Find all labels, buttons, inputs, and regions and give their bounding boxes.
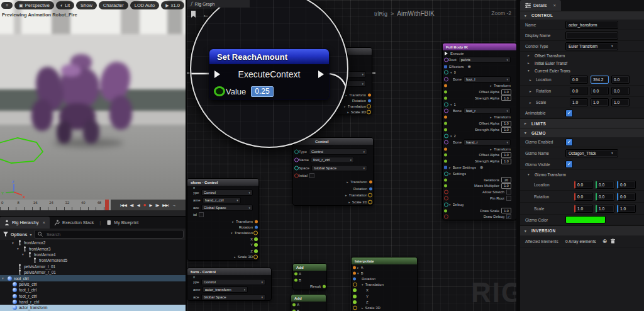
vector-field[interactable]: 0.0 [574, 193, 593, 201]
orange-pin[interactable] [444, 84, 447, 88]
pin-caret-icon[interactable]: ▸ [347, 110, 349, 114]
vector-field[interactable]: 1.0 [570, 98, 588, 106]
tree-item-hand_r_ctrl[interactable]: hand_r_ctrl [0, 299, 187, 305]
node-dropdown[interactable]: Global Space▾ [201, 294, 265, 300]
node-dropdown[interactable]: hand_r▾ [464, 139, 511, 145]
tree-item-pelvis_ctrl[interactable]: pelvis_ctrl [0, 281, 187, 287]
vector-field[interactable]: 1.0 [611, 98, 630, 106]
tree-item-frontArmorend5[interactable]: frontArmorend5 [0, 257, 187, 263]
options-button[interactable]: Options [11, 232, 27, 237]
green-pin[interactable] [444, 160, 447, 163]
greenbig-pin[interactable] [353, 295, 357, 298]
pin-caret-icon[interactable]: ▸ [232, 220, 234, 223]
node-value-field[interactable]: 1.0 [501, 152, 511, 158]
yellow-pin[interactable] [253, 255, 258, 259]
blue-pin[interactable] [353, 277, 356, 280]
filter-icon[interactable] [3, 232, 8, 237]
playback-speed-button[interactable]: ▶x1.0 [161, 1, 184, 9]
pin-caret-icon[interactable]: ▸ [345, 93, 347, 97]
pin-caret-icon[interactable]: ▸ [490, 147, 492, 151]
checkbox[interactable]: ✓ [565, 139, 573, 146]
node-checkbox[interactable]: ✓ [506, 214, 511, 219]
greenbig-pin[interactable] [254, 249, 258, 253]
node-checkbox[interactable] [309, 173, 314, 178]
node-dropdown[interactable]: foot_r▾ [464, 108, 511, 114]
greenbig-pin[interactable] [254, 237, 258, 241]
text-field[interactable] [565, 31, 618, 40]
node-get-transform-hand-r[interactable]: sform - ControlnypeControl▾amehand_r_ctr… [187, 178, 259, 261]
gizmo-octagon-outline[interactable] [0, 132, 57, 170]
select-field[interactable]: Euler Transform▾ [565, 42, 618, 50]
row-caret-icon[interactable]: ▸ [530, 101, 533, 105]
expand-caret-icon[interactable]: ▾ [22, 252, 26, 256]
node-dropdown[interactable]: actor_transform▾ [203, 286, 248, 293]
record-button[interactable]: ● [143, 203, 147, 208]
checkbox[interactable]: ✓ [565, 161, 573, 168]
node-full-body-ik[interactable]: Full Body IKExecuteRootpelvis▾Effectors⊕… [442, 43, 516, 220]
vector-field[interactable]: 0.0 [570, 76, 588, 84]
tree-item-frontArmor2[interactable]: ▾frontArmor2 [0, 240, 187, 246]
set-reachamount-node[interactable]: Set ReachAmount ExecuteContext Value 0.2… [209, 48, 330, 100]
node-value-field[interactable]: 1.0 [501, 127, 511, 133]
viewport-panel[interactable]: ≡▣Perspective◐LitShowCharacterLOD Auto▶x… [0, 0, 186, 216]
character-button[interactable]: Character [99, 1, 128, 9]
node-checkbox[interactable] [199, 212, 204, 217]
to-end-button[interactable]: ▶▶| [162, 203, 169, 207]
green-pin[interactable] [444, 209, 447, 212]
green-pin[interactable] [444, 122, 447, 125]
node-get-transform-actor[interactable]: form - ControlnypeControl▾ameactor_trans… [187, 268, 272, 301]
yellow-pin[interactable] [367, 110, 371, 114]
node-dropdown[interactable]: foot_l▾ [464, 76, 511, 82]
timeline-playhead[interactable] [105, 200, 109, 210]
tree-item-frontArmor3[interactable]: ▾frontArmor3 [0, 246, 187, 251]
add-element-icon[interactable]: ⊕ [602, 238, 608, 244]
vector-field[interactable]: 1.0 [591, 98, 609, 106]
vector-field[interactable]: 1.0 [596, 205, 614, 213]
section-limits[interactable]: ▸LIMITS [520, 118, 644, 128]
play-reverse-button[interactable]: ◀ [137, 203, 140, 207]
pin-caret-icon[interactable]: ▸ [344, 105, 346, 108]
tree-item-frontArmor4[interactable]: ▾frontArmor4 [0, 252, 187, 257]
vector-field[interactable]: 0.0 [617, 193, 636, 201]
cyan-pin[interactable] [444, 102, 448, 106]
node-dropdown[interactable]: Control▾ [201, 279, 265, 285]
breadcrumb-parent[interactable]: trlRig [374, 11, 387, 17]
expand-caret-icon[interactable]: ▾ [2, 276, 6, 280]
section-gizmo[interactable]: ▾GIZMO [520, 128, 644, 137]
vector-field[interactable]: 0.0 [611, 76, 630, 84]
green-pin[interactable] [444, 154, 447, 157]
group-offset-transform[interactable]: ▸Offset Transform [520, 52, 644, 59]
timeline-ruler[interactable]: 081624324048 [0, 200, 111, 210]
node-dropdown[interactable]: Control▾ [201, 189, 253, 196]
tab-my-blueprint[interactable]: My Blueprint [102, 217, 143, 229]
color-swatch[interactable] [565, 216, 606, 223]
node-dropdown[interactable]: Global Space▾ [311, 165, 367, 171]
purple-pin[interactable] [444, 140, 448, 145]
green-pin[interactable] [444, 128, 447, 132]
pin-caret-icon[interactable]: ▸ [490, 84, 492, 88]
purple-pin[interactable] [444, 58, 448, 62]
purple-pin[interactable] [444, 109, 448, 113]
tab-execution-stack[interactable]: Execution Stack [50, 217, 98, 229]
orange-pin[interactable] [353, 266, 356, 269]
green-pin[interactable] [294, 273, 297, 276]
tree-item-pelvisArmor_l_01[interactable]: pelvisArmor_l_01 [0, 264, 187, 269]
row-caret-icon[interactable]: ▸ [530, 78, 533, 82]
red-pin[interactable] [444, 215, 448, 219]
red-pin[interactable] [444, 190, 448, 195]
expand-caret-icon[interactable]: ▾ [449, 203, 451, 206]
purple-pin[interactable] [444, 77, 448, 81]
section-caret-icon[interactable]: ▾ [525, 131, 528, 135]
pin-caret-icon[interactable]: ▾ [362, 283, 364, 286]
execute-out-pin[interactable] [318, 71, 324, 78]
node-dropdown[interactable]: pelvis▾ [458, 57, 511, 63]
green-pin[interactable] [444, 184, 447, 188]
text-field[interactable]: actor_transform [565, 21, 618, 29]
group-current-euler-trans[interactable]: ▾Current Euler Trans [520, 67, 644, 74]
node-checkbox[interactable] [506, 196, 511, 201]
orange-pin[interactable] [353, 271, 356, 274]
expand-caret-icon[interactable]: ▾ [450, 103, 452, 106]
node-value-field[interactable]: 1.0 [501, 95, 511, 101]
checkbox[interactable]: ✓ [565, 110, 573, 117]
node-interpolate[interactable]: Interpolate▸A▾BRotation▾TranslationXYZ▸S… [351, 257, 418, 311]
